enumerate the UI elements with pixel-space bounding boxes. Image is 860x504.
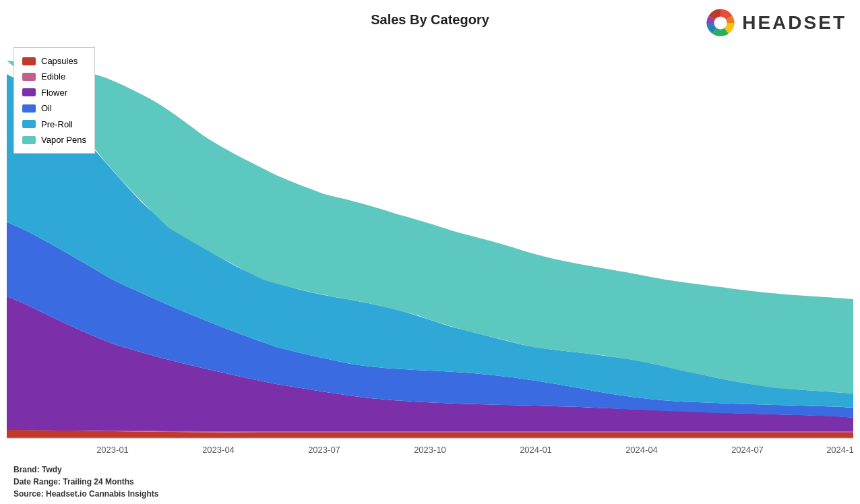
headset-logo-icon: [704, 7, 737, 39]
legend-item-capsules: Capsules: [22, 53, 86, 69]
oil-swatch: [22, 104, 36, 113]
edible-label: Edible: [41, 69, 65, 84]
svg-text:2024-10: 2024-10: [826, 445, 853, 455]
edible-swatch: [22, 73, 36, 81]
svg-text:2023-10: 2023-10: [414, 445, 446, 455]
legend-item-flower: Flower: [22, 85, 86, 100]
vaporpens-swatch: [22, 136, 36, 144]
source-value: Headset.io Cannabis Insights: [46, 489, 158, 499]
legend-item-oil: Oil: [22, 100, 86, 116]
logo-text: HEADSET: [742, 12, 847, 34]
svg-text:2024-01: 2024-01: [520, 445, 552, 455]
svg-text:2024-04: 2024-04: [625, 445, 658, 455]
capsules-label: Capsules: [41, 53, 78, 69]
svg-text:2024-07: 2024-07: [731, 445, 764, 455]
vaporpens-label: Vapor Pens: [41, 132, 86, 148]
date-range-value: Trailing 24 Months: [63, 477, 133, 486]
date-range-line: Date Range: Trailing 24 Months: [13, 476, 158, 488]
preroll-swatch: [22, 120, 36, 128]
capsules-swatch: [22, 57, 36, 65]
legend-item-edible: Edible: [22, 69, 86, 84]
oil-label: Oil: [41, 100, 52, 116]
brand-label: Brand:: [13, 465, 40, 474]
brand-line: Brand: Twdy: [13, 464, 158, 476]
flower-label: Flower: [41, 85, 67, 100]
svg-text:2023-04: 2023-04: [202, 445, 235, 455]
preroll-label: Pre-Roll: [41, 117, 73, 132]
flower-swatch: [22, 88, 36, 96]
source-line: Source: Headset.io Cannabis Insights: [13, 488, 158, 500]
svg-point-1: [714, 16, 727, 29]
brand-value: Twdy: [42, 465, 62, 474]
legend-item-preroll: Pre-Roll: [22, 117, 86, 132]
legend: Capsules Edible Flower Oil Pre-Roll Vapo…: [13, 47, 95, 154]
chart-area: 2023-01 2023-04 2023-07 2023-10 2024-01 …: [7, 40, 853, 457]
logo-area: HEADSET: [704, 7, 847, 39]
svg-text:2023-01: 2023-01: [96, 445, 129, 455]
svg-text:2023-07: 2023-07: [308, 445, 340, 455]
chart-svg: 2023-01 2023-04 2023-07 2023-10 2024-01 …: [7, 40, 853, 457]
page-container: HEADSET Sales By Category: [0, 0, 860, 504]
footer-info: Brand: Twdy Date Range: Trailing 24 Mont…: [13, 464, 158, 500]
source-label: Source:: [13, 489, 44, 499]
date-range-label: Date Range:: [13, 477, 61, 486]
legend-item-vaporpens: Vapor Pens: [22, 132, 86, 148]
